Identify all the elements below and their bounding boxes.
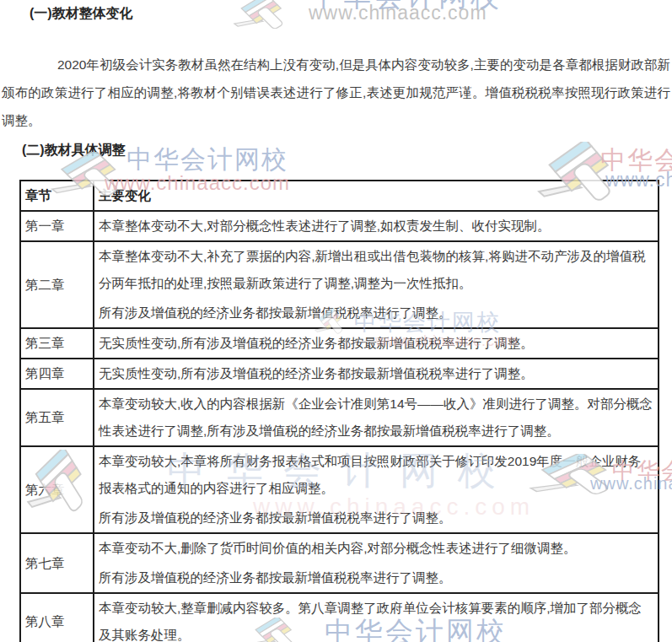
table-header-row: 章节 主要变化	[20, 181, 659, 211]
column-header-changes: 主要变化	[94, 181, 659, 211]
section-1-title: (一)教材整体变化	[30, 5, 133, 22]
chapter-cell: 第五章	[20, 389, 94, 446]
table-row: 第三章无实质性变动,所有涉及增值税的经济业务都按最新增值税税率进行了调整。	[20, 328, 659, 359]
changes-cell: 本章变动较大,本章将所有财务报表格式和项目按照财政部关于修订印发2019年度一般…	[94, 446, 659, 533]
chapter-cell: 第一章	[20, 211, 94, 241]
table-row: 第一章本章整体变动不大,对部分概念性表述进行了调整,如权责发生制、收付实现制。	[20, 211, 659, 241]
changes-cell: 本章变动较大,收入的内容根据新《企业会计准则第14号——收入》准则进行了调整。对…	[94, 389, 659, 446]
table-row: 第四章无实质性变动,所有涉及增值税的经济业务都按最新增值税税率进行了调整。	[20, 359, 659, 389]
table-row: 第六章本章变动较大,本章将所有财务报表格式和项目按照财政部关于修订印发2019年…	[20, 446, 659, 533]
watermark-brand-text: 中华会计网校	[310, 0, 503, 16]
chapter-cell: 第七章	[20, 533, 94, 593]
change-line: 本章变动较大,整章删减内容较多。第八章调整了政府单位会计核算要素的顺序,增加了部…	[99, 595, 653, 642]
document-page: { "sections": { "s1_title": "(一)教材整体变化",…	[0, 0, 672, 642]
change-line: 本章整体变动不大,补充了票据的内容,新增出租或出借包装物的核算,将购进不动产涉及…	[99, 243, 653, 297]
table-body: 第一章本章整体变动不大,对部分概念性表述进行了调整,如权责发生制、收付实现制。第…	[20, 211, 659, 642]
changes-cell: 无实质性变动,所有涉及增值税的经济业务都按最新增值税税率进行了调整。	[94, 328, 659, 359]
changes-cell: 本章整体变动不大,对部分概念性表述进行了调整,如权责发生制、收付实现制。	[94, 211, 659, 241]
changes-cell: 本章变动较大,整章删减内容较多。第八章调整了政府单位会计核算要素的顺序,增加了部…	[94, 593, 659, 642]
chapter-cell: 第四章	[20, 359, 94, 389]
textbook-changes-table: 章节 主要变化 第一章本章整体变动不大,对部分概念性表述进行了调整,如权责发生制…	[19, 180, 659, 642]
chapter-cell: 第六章	[20, 446, 94, 533]
watermark-logo-icon	[232, 0, 298, 34]
changes-cell: 本章整体变动不大,补充了票据的内容,新增出租或出借包装物的核算,将购进不动产涉及…	[94, 241, 659, 328]
table-row: 第七章本章变动不大,删除了货币时间价值的相关内容,对部分概念性表述进行了细微调整…	[20, 533, 659, 593]
change-line: 本章变动不大,删除了货币时间价值的相关内容,对部分概念性表述进行了细微调整。	[99, 535, 653, 562]
intro-paragraph: 2020年初级会计实务教材虽然在结构上没有变动,但是具体内容变动较多,主要的变动…	[2, 51, 670, 134]
table-row: 第八章本章变动较大,整章删减内容较多。第八章调整了政府单位会计核算要素的顺序,增…	[20, 593, 659, 642]
change-line: 无实质性变动,所有涉及增值税的经济业务都按最新增值税税率进行了调整。	[99, 360, 653, 387]
chapter-cell: 第二章	[20, 241, 94, 328]
table-row: 第二章本章整体变动不大,补充了票据的内容,新增出租或出借包装物的核算,将购进不动…	[20, 241, 659, 328]
changes-cell: 本章变动不大,删除了货币时间价值的相关内容,对部分概念性表述进行了细微调整。所有…	[94, 533, 659, 593]
changes-cell: 无实质性变动,所有涉及增值税的经济业务都按最新增值税税率进行了调整。	[94, 359, 659, 389]
change-line: 所有涉及增值税的经济业务都按最新增值税税率进行了调整。	[99, 299, 653, 326]
change-line: 本章变动较大,本章将所有财务报表格式和项目按照财政部关于修订印发2019年度一般…	[99, 448, 653, 502]
change-line: 无实质性变动,所有涉及增值税的经济业务都按最新增值税税率进行了调整。	[99, 330, 653, 357]
change-line: 本章变动较大,收入的内容根据新《企业会计准则第14号——收入》准则进行了调整。对…	[99, 391, 653, 445]
change-line: 本章整体变动不大,对部分概念性表述进行了调整,如权责发生制、收付实现制。	[99, 213, 653, 240]
chapter-cell: 第三章	[20, 328, 94, 359]
watermark-brand-text: 中华会计网校	[600, 143, 672, 178]
watermark-brand-text: 中华会计网校	[126, 143, 288, 177]
chapter-cell: 第八章	[20, 593, 94, 642]
section-2-title: (二)教材具体调整	[22, 142, 126, 159]
change-line: 所有涉及增值税的经济业务都按最新增值税税率进行了调整。	[99, 504, 653, 531]
table-row: 第五章本章变动较大,收入的内容根据新《企业会计准则第14号——收入》准则进行了调…	[20, 389, 659, 446]
watermark-url-text: www.chinaacc.com	[309, 2, 487, 24]
column-header-chapter: 章节	[20, 181, 94, 211]
change-line: 所有涉及增值税的经济业务都按最新增值税税率进行了调整。	[99, 564, 653, 591]
